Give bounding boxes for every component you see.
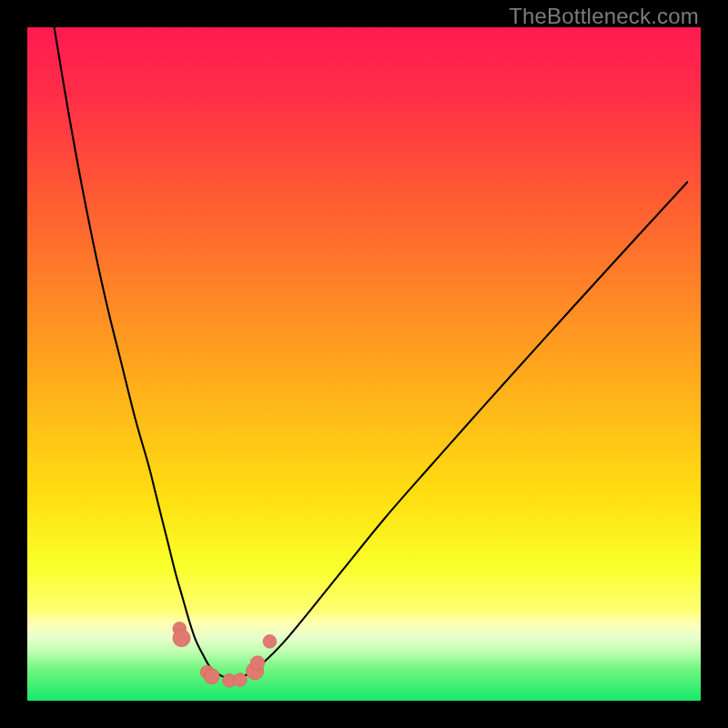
curve-markers bbox=[173, 622, 277, 687]
curve-marker bbox=[233, 673, 247, 687]
chart-frame: TheBottleneck.com bbox=[0, 0, 728, 728]
curve-marker bbox=[204, 669, 219, 684]
plot-area bbox=[27, 27, 701, 701]
v-curve bbox=[55, 27, 688, 678]
curve-marker bbox=[173, 630, 190, 647]
curve-marker bbox=[263, 634, 277, 648]
curve-layer bbox=[27, 27, 701, 701]
curve-marker bbox=[250, 656, 265, 671]
watermark-text: TheBottleneck.com bbox=[509, 4, 699, 29]
